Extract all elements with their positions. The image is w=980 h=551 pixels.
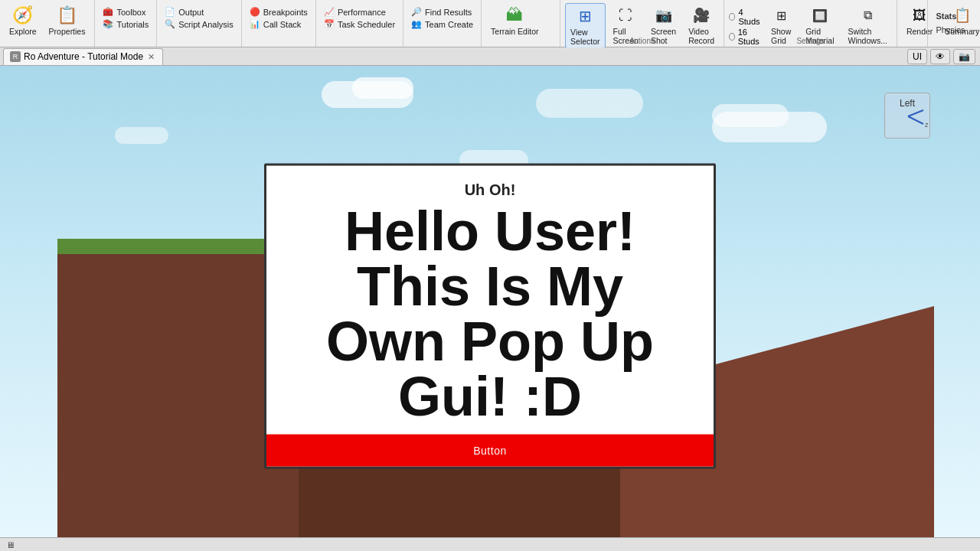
toolbar-section-tools: 🧰 Toolbox 📚 Tutorials	[95, 0, 157, 47]
toolbar-section-settings: 4 Studs 16 Studs ⊞ ShowGrid 🔲 GridMateri…	[724, 0, 897, 47]
bottombar: 🖥	[0, 537, 980, 551]
explore-label: Explore	[9, 27, 37, 36]
viewport-camera-icon: 📷	[959, 51, 970, 62]
ui-toggle-button[interactable]: UI	[907, 49, 927, 64]
find-results-button[interactable]: 🔎 Find Results	[408, 6, 476, 18]
svg-line-1	[908, 110, 923, 116]
ui-toggle-label: UI	[913, 51, 922, 62]
4-studs-label: 4 Studs	[738, 8, 761, 26]
terrain-editor-icon: 🏔	[504, 5, 525, 26]
toolbar-section-debug: 🔴 Breakpoints 📊 Call Stack	[242, 0, 316, 47]
explore-icon: 🧭	[12, 5, 34, 26]
tab-close-button[interactable]: ✕	[148, 52, 155, 62]
breakpoints-button[interactable]: 🔴 Breakpoints	[247, 6, 311, 18]
task-scheduler-button[interactable]: 📅 Task Scheduler	[321, 18, 398, 30]
popup-dialog: Uh Oh! Hello User! This Is My Own Pop Up…	[264, 164, 716, 469]
terrain-editor-button[interactable]: 🏔 Terrain Editor	[486, 3, 555, 37]
stats-label: Stats	[936, 11, 956, 21]
full-screen-icon: ⛶	[615, 5, 636, 26]
settings-label: Settings	[724, 37, 897, 45]
team-create-button[interactable]: 👥 Team Create	[408, 18, 476, 30]
4-studs-radio[interactable]: 4 Studs	[729, 8, 761, 26]
4-studs-dot	[729, 13, 735, 21]
toolbox-icon: 🧰	[103, 7, 113, 17]
performance-label: Performance	[338, 8, 386, 17]
screen-shot-icon: 📷	[653, 5, 675, 26]
show-grid-icon: ⊞	[770, 5, 792, 26]
breakpoints-icon: 🔴	[250, 7, 260, 17]
call-stack-label: Call Stack	[263, 20, 302, 29]
eye-icon: 👁	[936, 51, 945, 62]
call-stack-icon: 📊	[250, 19, 260, 29]
grid-material-icon: 🔲	[809, 5, 831, 26]
toolbox-button[interactable]: 🧰 Toolbox	[100, 6, 152, 18]
script-analysis-label: Script Analysis	[178, 20, 234, 29]
video-record-icon: 🎥	[691, 5, 712, 26]
tab-ro-adventure[interactable]: R Ro Adventure - Tutorial Mode ✕	[3, 48, 163, 65]
terrain-editor-label: Terrain Editor	[491, 27, 538, 36]
performance-icon: 📈	[324, 7, 335, 17]
compass-box: Left z	[884, 93, 930, 139]
viewport: Left z Uh Oh! Hello User! This Is My Own…	[0, 66, 980, 551]
popup-button[interactable]: Button	[266, 435, 714, 467]
toolbar-section-find: 🔎 Find Results 👥 Team Create	[403, 0, 482, 47]
compass-widget: Left z	[884, 93, 938, 146]
popup-subtitle: Uh Oh!	[289, 181, 691, 199]
cloud-2	[352, 77, 413, 99]
bottom-icon: 🖥	[6, 540, 15, 549]
minus-icon: —	[969, 24, 979, 35]
toolbar-section-render: 🖼 Render 📋 Summary Stats Physics —	[897, 0, 980, 47]
viewport-camera-button[interactable]: 📷	[953, 49, 975, 64]
tutorials-label: Tutorials	[116, 20, 149, 29]
toolbar-section-view: ⊞ ViewSelector ⛶ FullScreen 📷 ScreenShot…	[560, 0, 724, 47]
popup-content: Uh Oh! Hello User! This Is My Own Pop Up…	[266, 166, 714, 435]
svg-line-0	[908, 116, 923, 124]
toolbar-section-perf: 📈 Performance 📅 Task Scheduler	[316, 0, 403, 47]
output-label: Output	[178, 8, 204, 17]
switch-windows-icon: ⧉	[857, 5, 878, 26]
call-stack-button[interactable]: 📊 Call Stack	[247, 18, 311, 30]
eye-button[interactable]: 👁	[930, 49, 950, 64]
team-create-label: Team Create	[425, 20, 473, 29]
properties-button[interactable]: 📋 Properties	[44, 3, 90, 37]
task-scheduler-label: Task Scheduler	[338, 20, 395, 29]
breakpoints-label: Breakpoints	[263, 8, 308, 17]
toolbox-label: Toolbox	[116, 8, 145, 17]
cloud-6	[536, 89, 643, 118]
properties-label: Properties	[49, 27, 86, 36]
team-create-icon: 👥	[411, 19, 422, 29]
view-selector-icon: ⊞	[574, 5, 596, 27]
output-button[interactable]: 📄 Output	[162, 6, 237, 18]
tab-label: Ro Adventure - Tutorial Mode	[24, 51, 143, 62]
explore-button[interactable]: 🧭 Explore	[5, 3, 41, 37]
tabbar: R Ro Adventure - Tutorial Mode ✕ UI 👁 📷	[0, 47, 980, 66]
popup-button-label: Button	[473, 445, 506, 457]
find-results-label: Find Results	[425, 8, 472, 17]
output-icon: 📄	[165, 7, 175, 17]
tutorials-button[interactable]: 📚 Tutorials	[100, 18, 152, 30]
cloud-4	[712, 104, 789, 127]
compass-axes: z	[885, 93, 931, 139]
performance-button[interactable]: 📈 Performance	[321, 6, 398, 18]
toolbar-section-test: 📄 Output 🔍 Script Analysis	[157, 0, 242, 47]
cloud-7	[115, 127, 168, 144]
script-analysis-button[interactable]: 🔍 Script Analysis	[162, 18, 237, 30]
properties-icon: 📋	[57, 5, 78, 26]
toolbar-section-nav: 🧭 Explore 📋 Properties	[0, 0, 95, 47]
task-scheduler-icon: 📅	[324, 19, 335, 29]
script-analysis-icon: 🔍	[165, 19, 175, 29]
actions-label: Actions	[560, 37, 724, 45]
svg-text:z: z	[925, 121, 929, 129]
toolbar: 🧭 Explore 📋 Properties 🧰 Toolbox 📚 Tutor…	[0, 0, 980, 47]
popup-title: Hello User! This Is My Own Pop Up Gui! :…	[289, 204, 691, 424]
find-results-icon: 🔎	[411, 7, 422, 17]
tab-icon: R	[10, 51, 21, 62]
tutorials-icon: 📚	[103, 19, 113, 29]
physics-label: Physics	[936, 25, 965, 34]
toolbar-section-terrain: 🏔 Terrain Editor	[482, 0, 560, 47]
